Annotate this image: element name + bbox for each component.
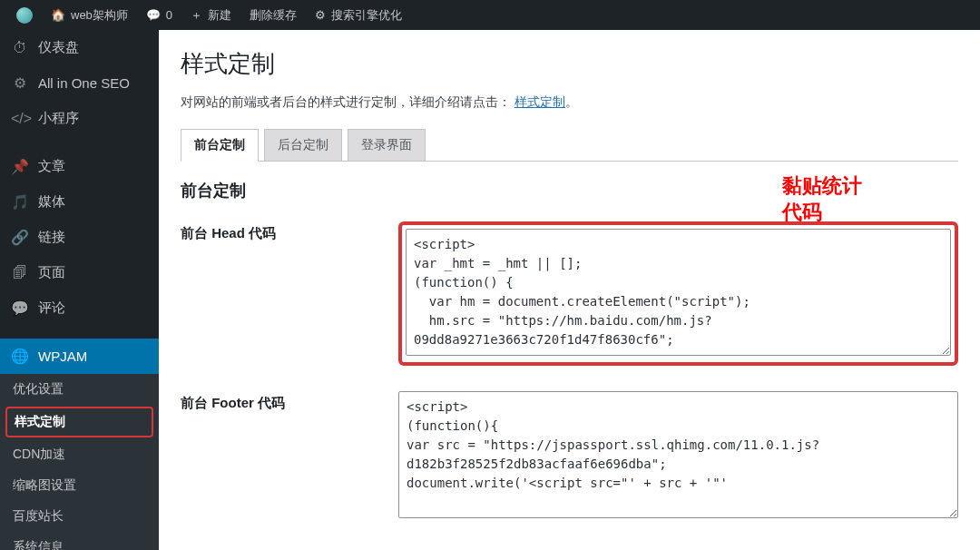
footer-code-label: 前台 Footer 代码 xyxy=(181,391,398,412)
comment-icon: 💬 xyxy=(11,300,29,317)
clear-cache-link[interactable]: 删除缓存 xyxy=(240,0,306,30)
miniprogram-icon: </> xyxy=(11,111,29,127)
footer-code-textarea[interactable] xyxy=(398,391,958,518)
tab-frontend[interactable]: 前台定制 xyxy=(181,129,259,162)
admin-sidebar: ⏱ 仪表盘 ⚙ All in One SEO </> 小程序 📌 文章 🎵 媒体… xyxy=(0,30,159,550)
wpjam-icon: 🌐 xyxy=(11,348,29,365)
seo-label: 搜索引擎优化 xyxy=(331,7,402,24)
page-icon: 🗐 xyxy=(11,265,29,281)
sidebar-item-label: 页面 xyxy=(38,264,65,281)
sidebar-item-media[interactable]: 🎵 媒体 xyxy=(0,184,159,220)
comment-icon: 💬 xyxy=(146,8,161,22)
sidebar-item-label: All in One SEO xyxy=(38,75,130,91)
new-content-link[interactable]: ＋ 新建 xyxy=(181,0,240,30)
head-code-highlight xyxy=(398,221,958,366)
sidebar-item-label: 媒体 xyxy=(38,193,65,211)
link-icon: 🔗 xyxy=(11,229,29,246)
site-name: web架构师 xyxy=(71,7,128,24)
sidebar-item-links[interactable]: 🔗 链接 xyxy=(0,220,159,255)
comment-count: 0 xyxy=(166,8,172,22)
main-content: 样式定制 对网站的前端或者后台的样式进行定制，详细介绍请点击： 样式定制。 前台… xyxy=(159,30,980,550)
desc-suffix: 。 xyxy=(565,94,578,109)
site-name-link[interactable]: 🏠 web架构师 xyxy=(42,0,137,30)
gear-icon: ⚙ xyxy=(315,8,326,22)
submenu-item-thumbnail[interactable]: 缩略图设置 xyxy=(0,470,159,501)
head-code-textarea[interactable] xyxy=(406,229,951,356)
seo-link[interactable]: ⚙ 搜索引擎优化 xyxy=(306,0,411,30)
sidebar-item-miniprogram[interactable]: </> 小程序 xyxy=(0,101,159,136)
new-label: 新建 xyxy=(208,7,231,24)
submenu-item-styles[interactable]: 样式定制 xyxy=(5,407,153,437)
sidebar-item-label: 链接 xyxy=(38,229,65,246)
pin-icon: 📌 xyxy=(11,158,29,175)
admin-topbar: 🏠 web架构师 💬 0 ＋ 新建 删除缓存 ⚙ 搜索引擎优化 xyxy=(0,0,980,30)
page-title: 样式定制 xyxy=(181,48,958,80)
submenu-item-cdn[interactable]: CDN加速 xyxy=(0,439,159,470)
sidebar-item-comments[interactable]: 💬 评论 xyxy=(0,290,159,326)
plus-icon: ＋ xyxy=(191,7,202,24)
desc-link[interactable]: 样式定制 xyxy=(514,94,565,109)
home-icon: 🏠 xyxy=(51,8,65,22)
sidebar-item-aioseo[interactable]: ⚙ All in One SEO xyxy=(0,65,159,101)
site-menu[interactable] xyxy=(7,0,42,30)
wpjam-submenu: 优化设置 样式定制 CDN加速 缩略图设置 百度站长 系统信息 xyxy=(0,374,159,550)
media-icon: 🎵 xyxy=(11,193,29,211)
sidebar-item-label: WPJAM xyxy=(38,349,87,364)
sidebar-item-pages[interactable]: 🗐 页面 xyxy=(0,255,159,290)
head-code-label: 前台 Head 代码 xyxy=(181,221,398,242)
desc-prefix: 对网站的前端或者后台的样式进行定制，详细介绍请点击： xyxy=(181,94,511,109)
sidebar-item-label: 仪表盘 xyxy=(38,39,79,56)
avatar-icon xyxy=(16,7,33,24)
submenu-item-optimize[interactable]: 优化设置 xyxy=(0,374,159,405)
sidebar-item-label: 文章 xyxy=(38,158,65,175)
annotation-text: 黏贴统计 代码 xyxy=(782,173,862,225)
dashboard-icon: ⏱ xyxy=(11,40,29,56)
comments-link[interactable]: 💬 0 xyxy=(137,0,181,30)
sidebar-item-posts[interactable]: 📌 文章 xyxy=(0,149,159,184)
cache-label: 删除缓存 xyxy=(250,7,297,24)
sidebar-item-dashboard[interactable]: ⏱ 仪表盘 xyxy=(0,30,159,65)
sidebar-item-label: 评论 xyxy=(38,300,65,317)
aioseo-icon: ⚙ xyxy=(11,74,29,92)
tabs: 前台定制 后台定制 登录界面 xyxy=(181,129,958,162)
tab-login[interactable]: 登录界面 xyxy=(348,129,426,161)
submenu-item-baidu[interactable]: 百度站长 xyxy=(0,501,159,532)
tab-backend[interactable]: 后台定制 xyxy=(264,129,342,161)
submenu-item-sysinfo[interactable]: 系统信息 xyxy=(0,532,159,550)
page-description: 对网站的前端或者后台的样式进行定制，详细介绍请点击： 样式定制。 xyxy=(181,94,958,111)
sidebar-item-label: 小程序 xyxy=(38,110,79,127)
sidebar-item-wpjam[interactable]: 🌐 WPJAM xyxy=(0,339,159,374)
